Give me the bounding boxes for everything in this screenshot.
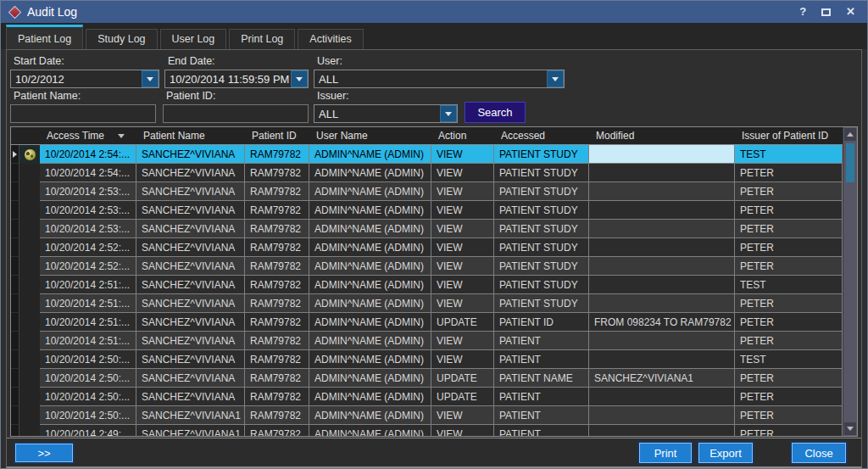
- cell-accessed[interactable]: PATIENT: [494, 425, 589, 436]
- maximize-icon[interactable]: [821, 8, 831, 16]
- table-row[interactable]: 10/20/2014 2:51:... SANCHEZ^VIVIANA RAM7…: [11, 313, 843, 332]
- column-issuer[interactable]: Issuer of Patient ID: [735, 127, 857, 144]
- cell-action[interactable]: VIEW: [431, 332, 494, 350]
- patient-name-input[interactable]: [10, 104, 156, 123]
- print-button[interactable]: Print: [639, 443, 692, 463]
- cell-user-name[interactable]: ADMIN^NAME (ADMIN): [309, 201, 431, 220]
- cell-issuer[interactable]: PETER: [735, 313, 843, 332]
- cell-action[interactable]: VIEW: [431, 201, 494, 220]
- cell-patient-id[interactable]: RAM79782: [245, 182, 309, 201]
- cell-issuer[interactable]: PETER: [735, 406, 843, 425]
- cell-patient-name[interactable]: SANCHEZ^VIVIANA: [136, 332, 245, 350]
- chevron-down-icon[interactable]: [440, 105, 457, 122]
- cell-modified[interactable]: [589, 238, 735, 257]
- cell-action[interactable]: VIEW: [431, 350, 494, 369]
- cell-issuer[interactable]: PETER: [735, 369, 843, 388]
- table-row[interactable]: 10/20/2014 2:51:... SANCHEZ^VIVIANA RAM7…: [11, 332, 843, 350]
- cell-issuer[interactable]: PETER: [735, 201, 843, 220]
- cell-patient-id[interactable]: RAM79782: [245, 388, 309, 406]
- cell-user-name[interactable]: ADMIN^NAME (ADMIN): [309, 332, 431, 350]
- cell-patient-id[interactable]: RAM79782: [245, 332, 309, 350]
- cell-patient-id[interactable]: RAM79782: [245, 220, 309, 238]
- cell-modified[interactable]: [589, 388, 735, 406]
- cell-action[interactable]: VIEW: [431, 164, 494, 182]
- cell-patient-name[interactable]: SANCHEZ^VIVIANA: [136, 201, 245, 220]
- cell-accessed[interactable]: PATIENT STUDY: [494, 145, 589, 164]
- cell-modified[interactable]: [589, 406, 735, 425]
- cell-user-name[interactable]: ADMIN^NAME (ADMIN): [309, 294, 431, 313]
- patient-id-input[interactable]: [163, 104, 309, 123]
- cell-modified[interactable]: [589, 182, 735, 201]
- cell-access-time[interactable]: 10/20/2014 2:50:...: [40, 388, 136, 406]
- cell-patient-name[interactable]: SANCHEZ^VIVIANA1: [136, 406, 245, 425]
- cell-patient-id[interactable]: RAM79782: [245, 406, 309, 425]
- cell-patient-id[interactable]: RAM79782: [245, 201, 309, 220]
- cell-access-time[interactable]: 10/20/2014 2:54:...: [40, 145, 136, 164]
- cell-issuer[interactable]: PETER: [735, 425, 843, 436]
- cell-modified[interactable]: [589, 276, 735, 294]
- cell-access-time[interactable]: 10/20/2014 2:51:...: [40, 294, 136, 313]
- cell-accessed[interactable]: PATIENT NAME: [494, 369, 589, 388]
- cell-accessed[interactable]: PATIENT STUDY: [494, 238, 589, 257]
- tab-patient-log[interactable]: Patient Log: [6, 25, 83, 49]
- cell-issuer[interactable]: PETER: [735, 332, 843, 350]
- cell-user-name[interactable]: ADMIN^NAME (ADMIN): [309, 276, 431, 294]
- cell-patient-name[interactable]: SANCHEZ^VIVIANA: [136, 313, 245, 332]
- column-modified[interactable]: Modified: [589, 127, 735, 144]
- column-patient-id[interactable]: Patient ID: [245, 127, 309, 144]
- end-date-combobox[interactable]: 10/20/2014 11:59:59 PM: [164, 70, 309, 88]
- cell-patient-name[interactable]: SANCHEZ^VIVIANA: [136, 257, 245, 276]
- cell-patient-id[interactable]: RAM79782: [245, 276, 309, 294]
- cell-user-name[interactable]: ADMIN^NAME (ADMIN): [309, 406, 431, 425]
- column-patient-name[interactable]: Patient Name: [136, 127, 245, 144]
- cell-modified[interactable]: [589, 257, 735, 276]
- tab-user-log[interactable]: User Log: [160, 29, 227, 49]
- export-button[interactable]: Export: [698, 443, 753, 463]
- cell-issuer[interactable]: TEST: [735, 145, 843, 164]
- table-row[interactable]: 10/20/2014 2:53:... SANCHEZ^VIVIANA RAM7…: [11, 201, 843, 220]
- user-combobox[interactable]: ALL: [314, 70, 565, 88]
- cell-accessed[interactable]: PATIENT: [494, 406, 589, 425]
- chevron-down-icon[interactable]: [547, 70, 564, 87]
- cell-patient-name[interactable]: SANCHEZ^VIVIANA: [136, 369, 245, 388]
- table-row[interactable]: 10/20/2014 2:54:... SANCHEZ^VIVIANA RAM7…: [11, 164, 843, 182]
- cell-user-name[interactable]: ADMIN^NAME (ADMIN): [309, 145, 431, 164]
- cell-modified[interactable]: [589, 294, 735, 313]
- cell-action[interactable]: VIEW: [431, 294, 494, 313]
- cell-user-name[interactable]: ADMIN^NAME (ADMIN): [309, 425, 431, 436]
- table-row[interactable]: 10/20/2014 2:50:... SANCHEZ^VIVIANA RAM7…: [11, 350, 843, 369]
- cell-modified[interactable]: [589, 332, 735, 350]
- table-row[interactable]: 10/20/2014 2:50:... SANCHEZ^VIVIANA RAM7…: [11, 369, 843, 388]
- cell-patient-name[interactable]: SANCHEZ^VIVIANA: [136, 145, 245, 164]
- cell-accessed[interactable]: PATIENT STUDY: [494, 164, 589, 182]
- cell-access-time[interactable]: 10/20/2014 2:54:...: [40, 164, 136, 182]
- cell-accessed[interactable]: PATIENT ID: [494, 313, 589, 332]
- cell-patient-name[interactable]: SANCHEZ^VIVIANA: [136, 350, 245, 369]
- cell-access-time[interactable]: 10/20/2014 2:50:...: [40, 406, 136, 425]
- table-row[interactable]: 10/20/2014 2:53:... SANCHEZ^VIVIANA RAM7…: [11, 220, 843, 238]
- cell-access-time[interactable]: 10/20/2014 2:52:...: [40, 238, 136, 257]
- cell-patient-name[interactable]: SANCHEZ^VIVIANA: [136, 294, 245, 313]
- scroll-up-icon[interactable]: [844, 128, 856, 141]
- cell-patient-name[interactable]: SANCHEZ^VIVIANA: [136, 276, 245, 294]
- cell-access-time[interactable]: 10/20/2014 2:51:...: [40, 313, 136, 332]
- start-date-combobox[interactable]: 10/2/2012: [10, 70, 159, 88]
- cell-action[interactable]: UPDATE: [431, 369, 494, 388]
- cell-access-time[interactable]: 10/20/2014 2:53:...: [40, 220, 136, 238]
- cell-patient-id[interactable]: RAM79782: [245, 313, 309, 332]
- cell-issuer[interactable]: PETER: [735, 164, 843, 182]
- cell-action[interactable]: VIEW: [431, 145, 494, 164]
- cell-action[interactable]: VIEW: [431, 220, 494, 238]
- cell-modified[interactable]: [589, 425, 735, 436]
- cell-patient-id[interactable]: RAM79782: [245, 350, 309, 369]
- table-row[interactable]: 10/20/2014 2:53:... SANCHEZ^VIVIANA RAM7…: [11, 182, 843, 201]
- cell-action[interactable]: VIEW: [431, 276, 494, 294]
- cell-issuer[interactable]: PETER: [735, 238, 843, 257]
- table-row[interactable]: 10/20/2014 2:54:... SANCHEZ^VIVIANA RAM7…: [11, 145, 843, 164]
- cell-modified[interactable]: [589, 350, 735, 369]
- cell-accessed[interactable]: PATIENT STUDY: [494, 276, 589, 294]
- cell-user-name[interactable]: ADMIN^NAME (ADMIN): [309, 220, 431, 238]
- cell-patient-name[interactable]: SANCHEZ^VIVIANA: [136, 220, 245, 238]
- cell-patient-id[interactable]: RAM79782: [245, 257, 309, 276]
- cell-patient-id[interactable]: RAM79782: [245, 164, 309, 182]
